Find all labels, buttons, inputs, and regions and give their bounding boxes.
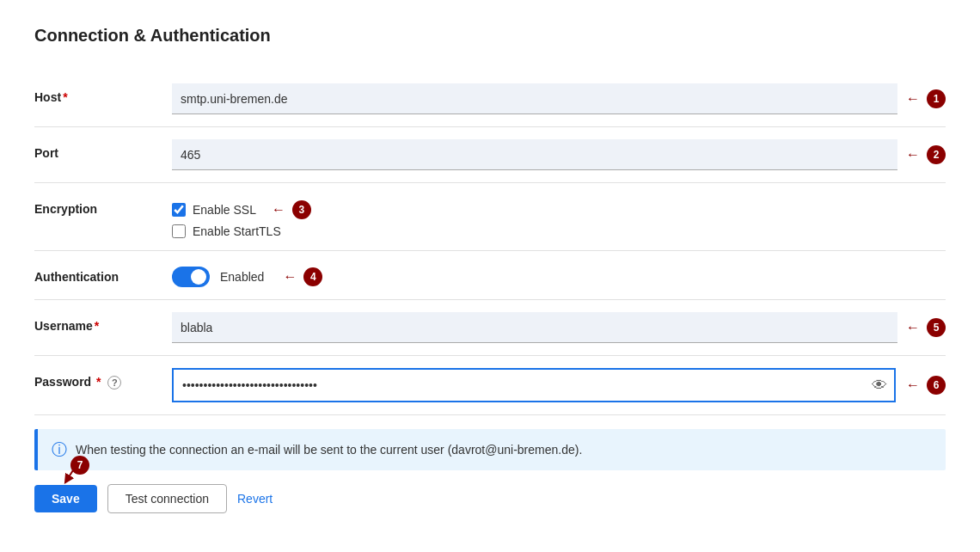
arrow-icon-3: ←: [272, 202, 285, 218]
auth-label: Authentication: [34, 263, 172, 284]
page-title: Connection & Authentication: [34, 26, 946, 46]
username-badge-wrap: ← 5: [906, 318, 946, 337]
username-input[interactable]: [172, 312, 897, 343]
password-badge-wrap: ← 6: [906, 376, 946, 395]
save-button[interactable]: Save: [34, 485, 97, 512]
host-label: Host*: [34, 83, 172, 104]
password-label: Password * ?: [34, 368, 172, 389]
auth-status: Enabled: [220, 270, 264, 284]
info-icon: ⓘ: [52, 439, 67, 460]
port-control: ← 2: [172, 139, 946, 170]
ssl-badge-wrap: ← 3: [272, 200, 311, 219]
ssl-checkbox[interactable]: [172, 203, 186, 217]
port-input[interactable]: [172, 139, 897, 170]
eye-icon[interactable]: 👁: [872, 377, 887, 395]
host-input[interactable]: [172, 83, 897, 114]
port-row: Port ← 2: [34, 127, 946, 183]
arrow-icon-2: ←: [906, 147, 920, 163]
arrow-icon-6: ←: [906, 377, 920, 393]
auth-badge-wrap: ← 4: [283, 267, 322, 286]
encryption-control: Enable SSL ← 3 Enable StartTLS: [172, 195, 946, 238]
info-text: When testing the connection an e-mail wi…: [76, 443, 582, 457]
starttls-checkbox[interactable]: [172, 224, 186, 238]
encryption-label: Encryption: [34, 195, 172, 216]
button-row: Save 7 Test connection Revert: [34, 484, 946, 513]
password-wrap: 👁: [172, 368, 896, 402]
ssl-label[interactable]: Enable SSL: [193, 203, 256, 217]
save-badge-wrap: 7: [52, 459, 86, 485]
starttls-checkbox-item: Enable StartTLS: [172, 224, 311, 238]
badge-3: 3: [292, 200, 311, 219]
badge-2: 2: [927, 145, 946, 164]
save-wrap: Save 7: [34, 485, 97, 512]
revert-button[interactable]: Revert: [237, 492, 273, 506]
auth-control: Enabled ← 4: [172, 263, 946, 287]
starttls-label[interactable]: Enable StartTLS: [193, 224, 281, 238]
host-control: ← 1: [172, 83, 946, 114]
arrow-icon-4: ←: [283, 269, 297, 285]
encryption-checkboxes: Enable SSL ← 3 Enable StartTLS: [172, 195, 311, 238]
auth-row: Authentication Enabled ← 4: [34, 251, 946, 300]
host-row: Host* ← 1: [34, 71, 946, 127]
toggle-slider: [172, 267, 210, 287]
password-row: Password * ? 👁 ← 6: [34, 356, 946, 415]
test-connection-button[interactable]: Test connection: [107, 484, 227, 513]
encryption-row: Encryption Enable SSL ← 3 Enable StartTL…: [34, 183, 946, 251]
auth-toggle-wrap: Enabled ← 4: [172, 263, 322, 287]
host-badge-wrap: ← 1: [906, 89, 946, 108]
badge-7: 7: [70, 456, 89, 475]
badge-4: 4: [303, 267, 322, 286]
badge-1: 1: [927, 89, 946, 108]
password-input[interactable]: [172, 368, 896, 402]
auth-toggle[interactable]: [172, 267, 210, 287]
username-control: ← 5: [172, 312, 946, 343]
ssl-checkbox-item: Enable SSL ← 3: [172, 200, 311, 219]
port-badge-wrap: ← 2: [906, 145, 946, 164]
password-help-icon[interactable]: ?: [107, 376, 121, 389]
password-control: 👁 ← 6: [172, 368, 946, 402]
port-label: Port: [34, 139, 172, 160]
arrow-icon-5: ←: [906, 320, 920, 335]
form-section: Host* ← 1 Port ← 2 Encryption: [34, 71, 946, 513]
username-row: Username* ← 5: [34, 300, 946, 356]
badge-6: 6: [927, 376, 946, 395]
badge-5: 5: [927, 318, 946, 337]
arrow-icon-1: ←: [906, 91, 920, 107]
info-box: ⓘ When testing the connection an e-mail …: [34, 429, 946, 470]
username-label: Username*: [34, 312, 172, 333]
